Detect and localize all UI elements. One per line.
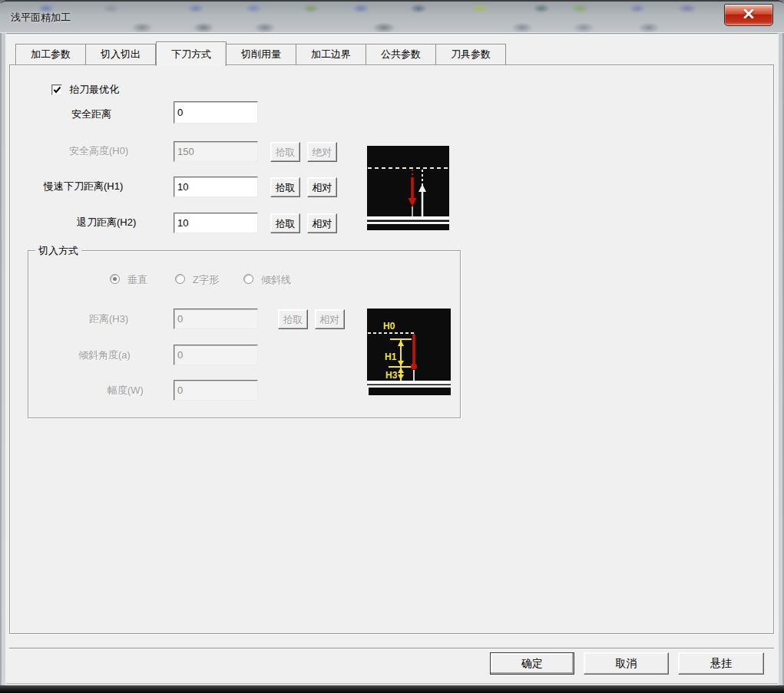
window-frame-bottom [0, 685, 784, 693]
tab-machining-params[interactable]: 加工参数 [15, 44, 86, 64]
window-frame-right [778, 33, 784, 685]
close-icon [743, 9, 754, 21]
window-title: 浅平面精加工 [11, 11, 71, 25]
title-bar: 浅平面精加工 [0, 0, 784, 33]
window-frame-left [0, 33, 6, 685]
cancel-button[interactable]: 取消 [584, 652, 669, 675]
suspend-button[interactable]: 悬挂 [678, 652, 764, 675]
cut-in-method-legend: 切入方式 [35, 244, 81, 258]
tab-machining-boundary[interactable]: 加工边界 [296, 44, 366, 64]
tab-strip: 加工参数 切入切出 下刀方式 切削用量 加工边界 公共参数 刀具参数 [15, 41, 506, 65]
dialog-window: 浅平面精加工 加工参数 切入切出 下刀方式 切削用量 加工边界 公共参数 刀具参… [0, 0, 784, 693]
tab-plunge-mode[interactable]: 下刀方式 [156, 41, 227, 66]
tab-lead-in-out[interactable]: 切入切出 [86, 44, 156, 64]
tab-common-params[interactable]: 公共参数 [366, 44, 436, 64]
close-button[interactable] [724, 4, 773, 26]
ok-button[interactable]: 确定 [490, 652, 574, 675]
tab-page-panel [9, 64, 774, 634]
footer-separator [9, 648, 774, 649]
tab-cutting-params[interactable]: 切削用量 [227, 44, 296, 64]
tab-tool-params[interactable]: 刀具参数 [436, 44, 506, 64]
